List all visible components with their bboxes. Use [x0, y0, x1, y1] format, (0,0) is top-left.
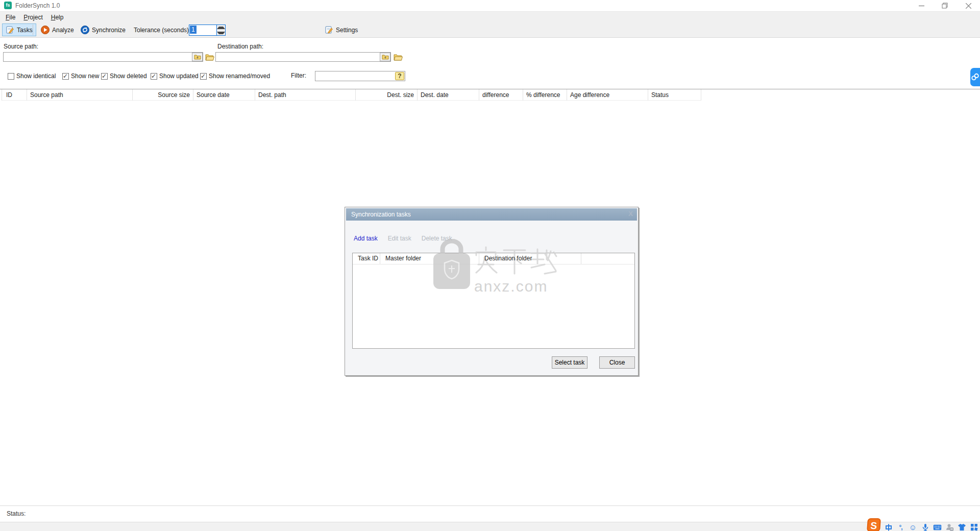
column-header-source-date[interactable]: Source date	[193, 89, 255, 101]
column-header-source-path[interactable]: Source path	[27, 89, 133, 101]
spinner-arrows	[216, 25, 225, 35]
column-header-dest-date[interactable]: Dest. date	[418, 89, 479, 101]
input-method-tray: S °, ☺	[867, 518, 978, 531]
column-header-master-folder[interactable]: Master folder	[380, 253, 479, 264]
menu-project[interactable]: Project	[19, 12, 46, 23]
account-icon[interactable]	[945, 523, 954, 531]
netdisk-link-icon[interactable]	[970, 68, 980, 86]
menu-help[interactable]: Help	[47, 12, 68, 23]
column-header-pct-difference[interactable]: % difference	[523, 89, 567, 101]
tolerance-spinner[interactable]: 1	[189, 25, 226, 36]
edit-task-link[interactable]: Edit task	[388, 235, 411, 242]
checkbox-show-renamed-moved[interactable]: Show renamed/moved	[200, 71, 270, 81]
sogou-logo-icon[interactable]: S	[867, 518, 881, 531]
column-header-difference[interactable]: difference	[479, 89, 523, 101]
folder-up-icon	[382, 54, 389, 60]
skin-icon[interactable]	[958, 523, 966, 531]
checkbox-show-identical[interactable]: Show identical	[8, 71, 56, 81]
column-header-status[interactable]: Status	[648, 89, 701, 101]
toolbox-icon[interactable]	[970, 523, 978, 531]
source-open-folder-icon[interactable]	[205, 52, 215, 62]
checkbox-show-updated[interactable]: Show updated	[151, 71, 199, 81]
dialog-title-bar[interactable]: Synchronization tasks X	[346, 208, 637, 221]
checkbox-label: Show updated	[159, 73, 199, 80]
source-path-label: Source path:	[4, 43, 38, 50]
microphone-icon[interactable]	[921, 523, 929, 531]
checkbox-label: Show new	[71, 73, 99, 80]
settings-button-label: Settings	[336, 27, 358, 34]
add-task-link[interactable]: Add task	[354, 235, 378, 242]
filter-input-wrap: ?	[315, 71, 405, 81]
settings-form-icon	[325, 26, 333, 34]
punctuation-mode-icon[interactable]: °,	[896, 523, 905, 531]
destination-path-input[interactable]	[215, 52, 391, 62]
arrow-up-icon	[217, 27, 225, 29]
dialog-title: Synchronization tasks	[346, 211, 411, 218]
emoji-icon[interactable]: ☺	[909, 523, 917, 531]
analyze-button-label: Analyze	[52, 27, 74, 34]
tasks-button-label: Tasks	[17, 27, 33, 34]
checkbox-show-deleted[interactable]: Show deleted	[101, 71, 147, 81]
column-header-destination-folder[interactable]: Destination folder	[479, 253, 581, 264]
settings-button[interactable]: Settings	[322, 23, 361, 36]
link-icon	[970, 71, 980, 83]
chinese-mode-icon[interactable]	[884, 523, 893, 531]
column-header-id[interactable]: ID	[2, 89, 27, 101]
column-header-task-id[interactable]: Task ID	[353, 253, 380, 264]
column-header-dest-path[interactable]: Dest. path	[255, 89, 356, 101]
toolbar: Tasks Analyze Synchronize Tolerance (sec…	[0, 22, 980, 38]
status-bar: Status:	[0, 505, 980, 522]
status-label: Status:	[7, 510, 26, 517]
close-task-dialog-button[interactable]: Close	[599, 356, 635, 369]
task-list-header: Task ID Master folder Destination folder	[353, 253, 634, 264]
taskbar: S °, ☺	[0, 522, 980, 531]
menu-bar: File Project Help	[0, 11, 980, 22]
analyze-button[interactable]: Analyze	[38, 23, 77, 36]
restore-button[interactable]	[933, 0, 957, 11]
keyboard-icon[interactable]	[933, 523, 942, 531]
filter-help-button[interactable]: ?	[395, 72, 404, 80]
task-form-icon	[6, 26, 14, 34]
checkbox-box[interactable]	[151, 73, 157, 80]
task-list[interactable]: Task ID Master folder Destination folder	[352, 253, 635, 349]
synchronize-button[interactable]: Synchronize	[78, 23, 129, 36]
title-bar[interactable]: fs FolderSynch 1.0	[0, 0, 980, 11]
analyze-play-icon	[41, 26, 50, 34]
filter-row: Show identical Show new Show deleted Sho…	[0, 71, 980, 81]
minimize-button[interactable]	[910, 0, 933, 11]
checkbox-box[interactable]	[8, 73, 14, 80]
column-header-dest-size[interactable]: Dest. size	[356, 89, 418, 101]
close-icon	[966, 3, 971, 9]
checkbox-show-new[interactable]: Show new	[62, 71, 99, 81]
destination-open-folder-icon[interactable]	[393, 52, 403, 62]
dialog-close-button[interactable]: X	[628, 210, 633, 218]
synchronization-tasks-dialog: Synchronization tasks X Add task Edit ta…	[345, 207, 639, 376]
window-title: FolderSynch 1.0	[15, 0, 60, 11]
arrow-down-icon	[217, 32, 225, 34]
filter-input[interactable]	[315, 71, 393, 81]
menu-file[interactable]: File	[2, 12, 19, 23]
checkbox-label: Show renamed/moved	[209, 73, 270, 80]
synchronize-button-label: Synchronize	[92, 27, 126, 34]
tolerance-value[interactable]: 1	[189, 25, 216, 35]
destination-browse-button[interactable]	[380, 53, 390, 61]
destination-path-label: Destination path:	[217, 43, 263, 50]
source-path-input[interactable]	[3, 52, 203, 62]
column-header-source-size[interactable]: Source size	[133, 89, 193, 101]
dialog-buttons: Select task Close	[552, 356, 635, 369]
checkbox-box[interactable]	[200, 73, 207, 80]
delete-task-link[interactable]: Delete task	[422, 235, 452, 242]
tasks-button[interactable]: Tasks	[2, 23, 36, 36]
paths-panel: Source path: Destination path:	[0, 38, 980, 89]
synchronize-icon	[81, 26, 89, 34]
app-window: fs FolderSynch 1.0 File Project Help Tas…	[0, 0, 980, 531]
restore-icon	[942, 3, 948, 9]
close-button[interactable]	[957, 0, 980, 11]
checkbox-box[interactable]	[62, 73, 69, 80]
source-browse-button[interactable]	[192, 53, 203, 61]
column-header-age-difference[interactable]: Age difference	[567, 89, 648, 101]
select-task-button[interactable]: Select task	[552, 356, 587, 369]
spinner-up-button[interactable]	[217, 25, 225, 30]
spinner-down-button[interactable]	[217, 30, 225, 35]
checkbox-box[interactable]	[101, 73, 108, 80]
